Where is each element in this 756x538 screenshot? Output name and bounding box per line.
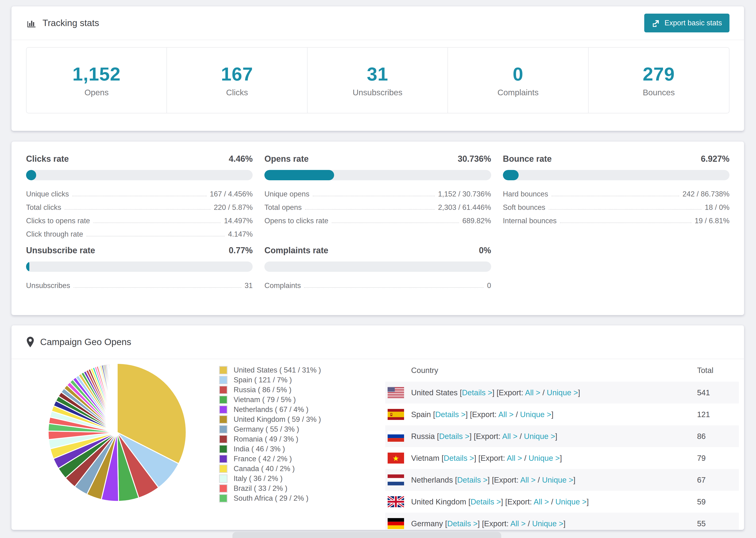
- geo-table-header-row: Country Total: [385, 359, 739, 382]
- export-unique-link-germany[interactable]: Unique >: [532, 519, 563, 528]
- geo-total-united-states: 541: [697, 388, 710, 397]
- legend-swatch-germany-icon: [219, 425, 228, 434]
- rate-detail-row: Click through rate4.147%: [26, 225, 253, 239]
- rate-title-unsubscribe-rate: Unsubscribe rate: [26, 245, 95, 255]
- export-unique-link-united-kingdom[interactable]: Unique >: [556, 497, 587, 506]
- rate-row-value-opens-to-clicks-rate: 689.82%: [462, 217, 491, 225]
- tracking-stats-title: Tracking stats: [26, 18, 99, 28]
- legend-item-spain: Spain ( 121 / 7% ): [219, 375, 321, 385]
- stat-label-complaints: Complaints: [498, 88, 539, 97]
- stat-value-opens: 1,152: [73, 63, 121, 85]
- legend-swatch-united-states-icon: [219, 366, 228, 374]
- dotted-leader: [74, 287, 242, 288]
- legend-label-vietnam: Vietnam ( 79 / 5% ): [234, 396, 296, 404]
- country-cell-spain: Spain [Details >] [Export: All > / Uniqu…: [411, 410, 553, 419]
- close-bracket: ]: [578, 388, 580, 397]
- rate-detail-row: Internal bounces19 / 6.81%: [503, 212, 729, 225]
- legend-item-brazil: Brazil ( 33 / 2% ): [219, 484, 321, 493]
- stat-label-unsubscribes: Unsubscribes: [352, 88, 403, 97]
- export-all-link-russia[interactable]: All >: [502, 432, 517, 441]
- legend-item-russia: Russia ( 86 / 5% ): [219, 385, 321, 395]
- rate-row-value-unique-opens: 1,152 / 30.736%: [438, 190, 491, 198]
- rate-value-bounce-rate: 6.927%: [701, 154, 729, 164]
- stat-box-bounces: 279Bounces: [589, 48, 729, 113]
- map-pin-icon: [26, 336, 34, 348]
- rate-row-label-unique-clicks: Unique clicks: [26, 190, 69, 198]
- details-link-russia[interactable]: Details >: [439, 432, 469, 441]
- dotted-leader: [549, 209, 702, 210]
- export-all-link-united-kingdom[interactable]: All >: [534, 497, 549, 506]
- legend-item-germany: Germany ( 55 / 3% ): [219, 424, 321, 434]
- rate-block-opens-rate: Opens rate30.736%Unique opens1,152 / 30.…: [264, 154, 491, 239]
- rate-detail-row: Total clicks220 / 5.87%: [26, 198, 253, 212]
- legend-item-netherlands: Netherlands ( 67 / 4% ): [219, 405, 321, 414]
- stat-summary-boxes: 1,152Opens167Clicks31Unsubscribes0Compla…: [26, 47, 729, 113]
- dotted-leader: [332, 223, 459, 223]
- rate-title-complaints-rate: Complaints rate: [264, 245, 328, 255]
- legend-label-united-kingdom: United Kingdom ( 59 / 3% ): [234, 415, 321, 424]
- legend-swatch-canada-icon: [219, 464, 228, 473]
- details-link-vietnam[interactable]: Details >: [444, 454, 474, 462]
- bar-chart-icon: [26, 18, 37, 28]
- geo-table-row-united-states: United States [Details >] [Export: All >…: [385, 382, 739, 404]
- export-all-link-vietnam[interactable]: All >: [507, 454, 522, 462]
- export-all-link-spain[interactable]: All >: [498, 410, 513, 419]
- export-basic-stats-button[interactable]: Export basic stats: [644, 14, 729, 32]
- details-link-united-kingdom[interactable]: Details >: [470, 497, 501, 506]
- link-separator: /: [522, 454, 529, 462]
- country-name-united-kingdom: United Kingdom [: [411, 497, 470, 506]
- rate-row-label-hard-bounces: Hard bounces: [503, 190, 548, 198]
- country-name-russia: Russia [: [411, 432, 439, 441]
- stat-box-clicks: 167Clicks: [167, 48, 307, 113]
- rate-progressbar-bounce-rate: [503, 170, 729, 180]
- export-unique-link-netherlands[interactable]: Unique >: [542, 476, 573, 484]
- details-link-united-states[interactable]: Details >: [462, 388, 492, 397]
- export-all-link-netherlands[interactable]: All >: [520, 476, 536, 484]
- dotted-leader: [86, 236, 225, 237]
- legend-item-india: India ( 46 / 3% ): [219, 444, 321, 454]
- export-label: ] [Export:: [488, 476, 520, 484]
- link-separator: /: [540, 388, 547, 397]
- rate-row-label-unique-opens: Unique opens: [264, 190, 309, 198]
- export-all-link-germany[interactable]: All >: [511, 519, 526, 528]
- legend-label-canada: Canada ( 40 / 2% ): [234, 464, 295, 473]
- rate-detail-row: Hard bounces242 / 86.738%: [503, 185, 729, 198]
- rate-progressbar-unsubscribe-rate: [26, 261, 253, 272]
- link-separator: /: [514, 410, 520, 419]
- geo-table-header-total: Total: [697, 366, 714, 375]
- export-icon: [652, 19, 660, 27]
- rate-row-value-total-opens: 2,303 / 61.446%: [438, 203, 491, 212]
- details-link-germany[interactable]: Details >: [447, 519, 477, 528]
- details-link-netherlands[interactable]: Details >: [457, 476, 487, 484]
- export-unique-link-russia[interactable]: Unique >: [524, 432, 555, 441]
- dotted-leader: [93, 223, 221, 223]
- geo-table-row-russia: Russia [Details >] [Export: All > / Uniq…: [385, 425, 739, 447]
- pie-slice-other-45[interactable]: [117, 363, 117, 432]
- export-label: ] [Export:: [501, 497, 533, 506]
- country-name-netherlands: Netherlands [: [411, 476, 457, 484]
- rate-title-opens-rate: Opens rate: [264, 154, 308, 164]
- geo-table-row-germany: Germany [Details >] [Export: All > / Uni…: [385, 512, 739, 530]
- rate-detail-row: Clicks to opens rate14.497%: [26, 212, 253, 225]
- rate-value-complaints-rate: 0%: [479, 245, 491, 255]
- link-separator: /: [549, 497, 556, 506]
- export-all-link-united-states[interactable]: All >: [525, 388, 540, 397]
- export-unique-link-united-states[interactable]: Unique >: [547, 388, 578, 397]
- rate-detail-row: Total opens2,303 / 61.446%: [264, 198, 491, 212]
- export-unique-link-spain[interactable]: Unique >: [520, 410, 551, 419]
- close-bracket: ]: [587, 497, 589, 506]
- rate-row-label-total-clicks: Total clicks: [26, 203, 61, 212]
- dotted-leader: [304, 287, 484, 288]
- details-link-spain[interactable]: Details >: [435, 410, 465, 419]
- rate-row-value-click-through-rate: 4.147%: [228, 230, 253, 239]
- rate-block-clicks-rate: Clicks rate4.46%Unique clicks167 / 4.456…: [26, 154, 253, 239]
- rate-detail-row: Complaints0: [264, 277, 491, 290]
- legend-swatch-brazil-icon: [219, 484, 228, 493]
- export-unique-link-vietnam[interactable]: Unique >: [528, 454, 560, 462]
- flag-us-icon: [388, 387, 404, 398]
- legend-swatch-romania-icon: [219, 435, 228, 443]
- dotted-leader: [65, 209, 211, 210]
- rate-block-bounce-rate: Bounce rate6.927%Hard bounces242 / 86.73…: [503, 154, 729, 239]
- flag-gb-icon: [388, 496, 404, 507]
- country-cell-germany: Germany [Details >] [Export: All > / Uni…: [411, 519, 566, 528]
